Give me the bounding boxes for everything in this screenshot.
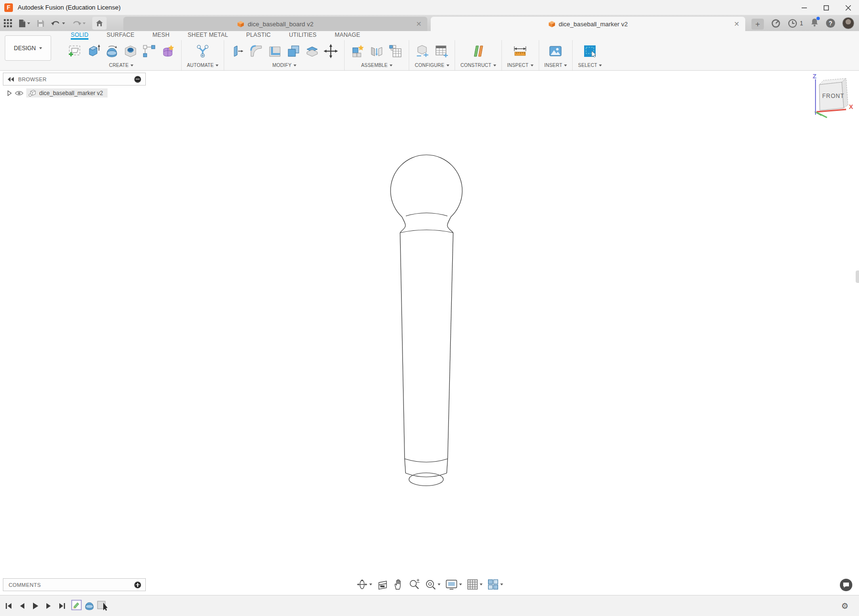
create-menu[interactable]: CREATE xyxy=(109,63,133,68)
browser-header[interactable]: BROWSER xyxy=(3,73,146,86)
construct-plane-button[interactable] xyxy=(470,42,487,61)
modify-menu[interactable]: MODIFY xyxy=(272,63,296,68)
measure-button[interactable] xyxy=(512,42,528,61)
panel-edge-handle[interactable] xyxy=(856,270,859,283)
new-component-icon xyxy=(351,44,365,58)
new-component-button[interactable] xyxy=(350,42,366,61)
tab-sheet-metal[interactable]: SHEET METAL xyxy=(188,32,228,40)
timeline-settings-button[interactable]: ⚙ xyxy=(841,595,848,616)
viewcube[interactable]: Z FRONT X xyxy=(788,72,857,124)
revolve-icon xyxy=(105,44,119,58)
shell-button[interactable] xyxy=(267,42,283,61)
group-modify: MODIFY xyxy=(224,40,345,70)
configure-menu[interactable]: CONFIGURE xyxy=(415,63,449,68)
browser-collapse-button[interactable] xyxy=(134,76,141,83)
tab-utilities[interactable]: UTILITIES xyxy=(289,32,316,40)
feedback-button[interactable] xyxy=(840,579,852,591)
navigation-bar xyxy=(356,579,503,590)
browser-item-row[interactable]: dice_baseball_marker v2 xyxy=(26,88,108,97)
tab-manage[interactable]: MANAGE xyxy=(335,32,360,40)
dropdown-caret xyxy=(390,65,392,66)
play-button[interactable] xyxy=(31,601,40,611)
expand-arrow-icon[interactable] xyxy=(7,90,12,96)
pattern-button[interactable] xyxy=(141,42,157,61)
tab-dice-baseball-marker[interactable]: dice_baseball_marker v2 ✕ xyxy=(431,17,745,31)
combine-button[interactable] xyxy=(285,42,302,61)
fit-button[interactable] xyxy=(424,579,440,590)
marker-body-model[interactable] xyxy=(0,71,859,595)
hole-button[interactable] xyxy=(122,42,139,61)
display-settings-button[interactable] xyxy=(445,579,462,590)
redo-button[interactable] xyxy=(72,20,86,27)
tab-close-button[interactable]: ✕ xyxy=(416,20,422,28)
collapse-panel-icon[interactable] xyxy=(8,77,14,82)
zoom-button[interactable] xyxy=(408,579,420,590)
tab-solid[interactable]: SOLID xyxy=(71,32,88,40)
press-pull-button[interactable] xyxy=(229,42,246,61)
viewcube-front-label: FRONT xyxy=(822,93,844,99)
browser-root-item[interactable]: dice_baseball_marker v2 xyxy=(3,87,146,98)
viewport-canvas[interactable]: BROWSER dice_baseball_marker xyxy=(0,71,859,595)
tab-dice-baseball-board[interactable]: dice_baseball_board v2 ✕ xyxy=(123,17,427,31)
configuration-table-button[interactable] xyxy=(433,42,449,61)
tab-label: dice_baseball_board v2 xyxy=(248,21,313,28)
pan-button[interactable] xyxy=(393,579,403,590)
group-label-text: INSPECT xyxy=(507,63,529,68)
maximize-button[interactable] xyxy=(815,0,837,15)
group-assemble: ASSEMBLE xyxy=(345,40,409,70)
comments-header[interactable]: COMMENTS xyxy=(3,578,146,591)
timeline-marker-handle[interactable] xyxy=(97,599,108,613)
automate-button[interactable] xyxy=(195,42,211,61)
notifications-button[interactable] xyxy=(810,18,819,29)
comments-expand-button[interactable] xyxy=(134,582,141,588)
save-button[interactable] xyxy=(37,20,44,27)
revolve-button[interactable] xyxy=(104,42,120,61)
select-menu[interactable]: SELECT xyxy=(578,63,602,68)
tab-mesh[interactable]: MESH xyxy=(152,32,169,40)
split-body-button[interactable] xyxy=(304,42,320,61)
help-button[interactable]: ? xyxy=(826,19,835,28)
minimize-button[interactable] xyxy=(793,0,815,15)
automate-menu[interactable]: AUTOMATE xyxy=(187,63,218,68)
assemble-menu[interactable]: ASSEMBLE xyxy=(361,63,392,68)
undo-button[interactable] xyxy=(51,20,65,27)
step-back-button[interactable] xyxy=(17,601,27,611)
timeline-sketch-feature[interactable] xyxy=(71,599,82,613)
tab-plastic[interactable]: PLASTIC xyxy=(246,32,271,40)
step-forward-button[interactable] xyxy=(44,601,54,611)
job-status-icon[interactable] xyxy=(771,19,781,28)
skip-end-icon xyxy=(59,603,65,609)
fusion-app: F Autodesk Fusion (Education License) xyxy=(0,0,859,616)
app-grid-button[interactable] xyxy=(4,19,12,27)
visibility-eye-icon[interactable] xyxy=(15,90,23,96)
fillet-button[interactable] xyxy=(248,42,264,61)
create-form-button[interactable] xyxy=(160,42,176,61)
workspace-selector[interactable]: DESIGN xyxy=(5,35,51,61)
version-clock-icon[interactable] xyxy=(788,19,797,28)
user-avatar[interactable] xyxy=(842,17,854,29)
tab-surface[interactable]: SURFACE xyxy=(107,32,134,40)
viewports-button[interactable] xyxy=(487,579,503,590)
move-copy-button[interactable] xyxy=(323,42,339,61)
bom-table-button[interactable] xyxy=(387,42,403,61)
file-menu-button[interactable] xyxy=(19,19,30,28)
go-to-start-button[interactable] xyxy=(4,601,13,611)
select-button[interactable] xyxy=(582,42,598,61)
new-tab-button[interactable]: + xyxy=(751,19,764,30)
grid-snaps-button[interactable] xyxy=(467,579,482,590)
joint-button[interactable] xyxy=(369,42,385,61)
create-sketch-button[interactable] xyxy=(66,42,83,61)
construct-menu[interactable]: CONSTRUCT xyxy=(460,63,496,68)
timeline-revolve-feature[interactable] xyxy=(84,599,95,613)
go-to-end-button[interactable] xyxy=(57,601,67,611)
extrude-button[interactable] xyxy=(85,42,101,61)
home-view-button[interactable] xyxy=(92,17,107,30)
close-window-button[interactable] xyxy=(837,0,859,15)
orbit-button[interactable] xyxy=(356,579,372,590)
insert-button[interactable] xyxy=(547,42,564,61)
look-at-button[interactable] xyxy=(377,579,388,590)
insert-menu[interactable]: INSERT xyxy=(544,63,567,68)
tab-close-button[interactable]: ✕ xyxy=(734,20,739,28)
configuration-button[interactable] xyxy=(414,42,431,61)
inspect-menu[interactable]: INSPECT xyxy=(507,63,533,68)
